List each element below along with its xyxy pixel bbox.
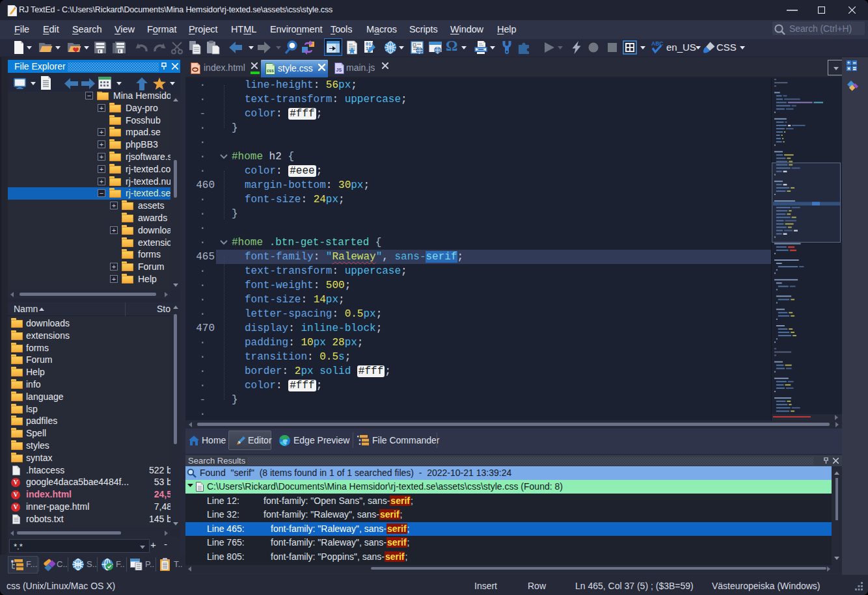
svg-text:+: + [847, 60, 850, 66]
svg-text:ABC: ABC [651, 40, 663, 47]
svg-text:css: css [267, 68, 274, 73]
svg-text:JS: JS [336, 68, 342, 72]
